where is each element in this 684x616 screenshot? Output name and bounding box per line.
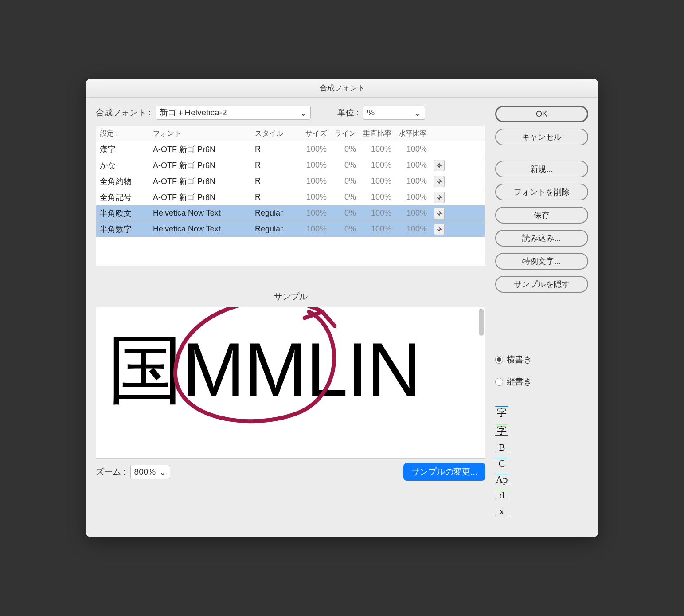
cell-line: 0% xyxy=(330,173,360,189)
cancel-button[interactable]: キャンセル xyxy=(495,129,588,145)
composite-font-label: 合成フォント : xyxy=(96,107,151,118)
top-controls: 合成フォント : 新ゴ＋Helvetica-2 ⌄ 単位 : % ⌄ xyxy=(96,106,485,120)
unit-select[interactable]: % ⌄ xyxy=(363,106,425,120)
sample-text: 国MMLIN xyxy=(108,320,421,421)
guide-toggles: 字 字 B C Ap d x xyxy=(495,406,588,517)
scrollbar-thumb[interactable] xyxy=(479,309,484,336)
sample-area: ⌃ 国MMLIN xyxy=(96,307,485,459)
cell-font: A-OTF 新ゴ Pr6N xyxy=(149,157,251,173)
table-row[interactable]: 半角数字Helvetica Now TextRegular100%0%100%1… xyxy=(96,221,485,237)
table-row[interactable]: 半角欧文Helvetica Now TextRegular100%0%100%1… xyxy=(96,205,485,221)
move-icon[interactable]: ✥ xyxy=(434,160,445,171)
left-column: 合成フォント : 新ゴ＋Helvetica-2 ⌄ 単位 : % ⌄ 設定 : … xyxy=(96,106,485,527)
dialog-content: 合成フォント : 新ゴ＋Helvetica-2 ⌄ 単位 : % ⌄ 設定 : … xyxy=(86,98,598,537)
special-chars-button[interactable]: 特例文字... xyxy=(495,253,588,270)
cell-set: かな xyxy=(96,157,149,173)
table-row[interactable]: かなA-OTF 新ゴ Pr6NR100%0%100%100%✥ xyxy=(96,157,485,173)
cell-horz: 100% xyxy=(395,205,430,221)
th-vert: 垂直比率 xyxy=(360,126,395,141)
cell-style: Regular xyxy=(251,221,296,237)
chevron-down-icon: ⌄ xyxy=(159,467,166,477)
table-header: 設定 : フォント スタイル サイズ ライン 垂直比率 水平比率 xyxy=(96,126,485,141)
cell-vert: 100% xyxy=(360,221,395,237)
guide-ap[interactable]: Ap xyxy=(495,474,508,485)
cell-style: Regular xyxy=(251,205,296,221)
vertical-radio[interactable]: 縦書き xyxy=(495,376,588,388)
cell-set: 全角約物 xyxy=(96,173,149,189)
horizontal-radio[interactable]: 横書き xyxy=(495,354,588,365)
bottom-row: ズーム : 800% ⌄ サンプルの変更... xyxy=(96,465,485,479)
cell-horz: 100% xyxy=(395,221,430,237)
radio-icon-checked xyxy=(495,356,503,364)
guide-c[interactable]: C xyxy=(495,458,508,469)
guide-d[interactable]: d xyxy=(495,490,508,501)
hide-sample-button[interactable]: サンプルを隠す xyxy=(495,276,588,293)
cell-vert: 100% xyxy=(360,173,395,189)
cell-set: 全角記号 xyxy=(96,189,149,205)
cell-move: ✥ xyxy=(430,189,448,205)
chevron-down-icon: ⌄ xyxy=(414,108,421,118)
cell-vert: 100% xyxy=(360,189,395,205)
cell-font: A-OTF 新ゴ Pr6N xyxy=(149,141,251,157)
cell-style: R xyxy=(251,157,296,173)
cell-size: 100% xyxy=(296,141,330,157)
th-size: サイズ xyxy=(296,126,330,141)
save-button[interactable]: 保存 xyxy=(495,207,588,224)
guide-ji-top[interactable]: 字 xyxy=(495,406,508,420)
cell-font: Helvetica Now Text xyxy=(149,221,251,237)
chevron-down-icon: ⌄ xyxy=(300,108,307,118)
cell-vert: 100% xyxy=(360,205,395,221)
th-font: フォント xyxy=(149,126,251,141)
guide-b[interactable]: B xyxy=(495,442,508,453)
move-icon[interactable]: ✥ xyxy=(434,176,445,187)
cell-size: 100% xyxy=(296,189,330,205)
table-body: 漢字A-OTF 新ゴ Pr6NR100%0%100%100%かなA-OTF 新ゴ… xyxy=(96,141,485,266)
delete-font-button[interactable]: フォントを削除 xyxy=(495,184,588,200)
cell-move: ✥ xyxy=(430,173,448,189)
radio-icon xyxy=(495,378,503,386)
cell-move: ✥ xyxy=(430,157,448,173)
horizontal-label: 横書き xyxy=(507,354,532,365)
cell-size: 100% xyxy=(296,157,330,173)
cell-vert: 100% xyxy=(360,141,395,157)
cell-style: R xyxy=(251,189,296,205)
cell-line: 0% xyxy=(330,157,360,173)
composite-font-select[interactable]: 新ゴ＋Helvetica-2 ⌄ xyxy=(156,106,311,120)
sample-heading: サンプル xyxy=(96,291,485,302)
ok-button[interactable]: OK xyxy=(495,106,588,122)
move-icon[interactable]: ✥ xyxy=(434,192,445,203)
cell-size: 100% xyxy=(296,205,330,221)
cell-move: ✥ xyxy=(430,205,448,221)
guide-ji-bottom[interactable]: 字 xyxy=(495,424,508,437)
load-button[interactable]: 読み込み... xyxy=(495,230,588,247)
cell-line: 0% xyxy=(330,221,360,237)
cell-style: R xyxy=(251,173,296,189)
cell-size: 100% xyxy=(296,221,330,237)
zoom-select[interactable]: 800% ⌄ xyxy=(130,465,170,479)
right-column: OK キャンセル 新規... フォントを削除 保存 読み込み... 特例文字..… xyxy=(495,106,588,527)
cell-horz: 100% xyxy=(395,189,430,205)
unit-label: 単位 : xyxy=(337,107,359,118)
cell-horz: 100% xyxy=(395,157,430,173)
new-button[interactable]: 新規... xyxy=(495,161,588,177)
cell-set: 半角欧文 xyxy=(96,205,149,221)
th-horz: 水平比率 xyxy=(395,126,430,141)
cell-style: R xyxy=(251,141,296,157)
table-row[interactable]: 漢字A-OTF 新ゴ Pr6NR100%0%100%100% xyxy=(96,141,485,157)
cell-font: A-OTF 新ゴ Pr6N xyxy=(149,189,251,205)
th-set: 設定 : xyxy=(96,126,149,141)
move-icon[interactable]: ✥ xyxy=(434,208,445,219)
th-style: スタイル xyxy=(251,126,296,141)
move-icon[interactable]: ✥ xyxy=(434,224,445,235)
cell-horz: 100% xyxy=(395,173,430,189)
composite-font-dialog: 合成フォント 合成フォント : 新ゴ＋Helvetica-2 ⌄ 単位 : % … xyxy=(86,79,598,537)
cell-line: 0% xyxy=(330,205,360,221)
table-row[interactable]: 全角約物A-OTF 新ゴ Pr6NR100%0%100%100%✥ xyxy=(96,173,485,189)
guide-x[interactable]: x xyxy=(495,506,508,517)
change-sample-button[interactable]: サンプルの変更... xyxy=(403,463,485,481)
cell-font: Helvetica Now Text xyxy=(149,205,251,221)
table-row[interactable]: 全角記号A-OTF 新ゴ Pr6NR100%0%100%100%✥ xyxy=(96,189,485,205)
cell-font: A-OTF 新ゴ Pr6N xyxy=(149,173,251,189)
sample-preview[interactable]: ⌃ 国MMLIN xyxy=(96,307,485,459)
cell-line: 0% xyxy=(330,189,360,205)
